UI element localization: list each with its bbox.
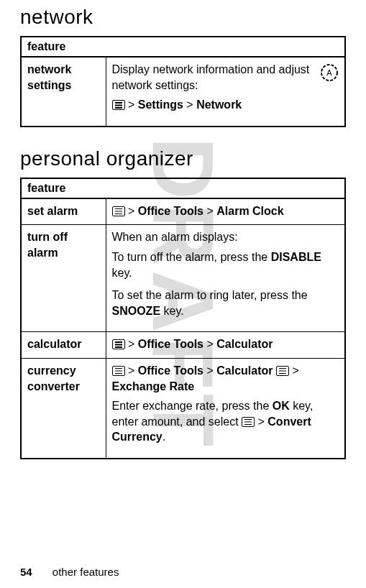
path-settings: Settings	[138, 98, 183, 111]
menu-key-icon	[112, 206, 125, 216]
gt: >	[206, 338, 213, 350]
organizer-table: feature set alarm > Office Tools > Alarm…	[20, 178, 346, 459]
gt: >	[292, 364, 298, 377]
menu-key-icon	[112, 339, 125, 349]
desc-text: Enter exchange rate, press the	[112, 400, 273, 412]
key-snooze: SNOOZE	[112, 305, 161, 317]
menu-key-icon	[112, 366, 125, 376]
menu-key-icon	[242, 417, 255, 427]
table-header: feature	[21, 37, 345, 57]
svg-text:A: A	[326, 68, 332, 77]
feature-desc: A Display network information and adjust…	[106, 57, 345, 127]
feature-label: network settings	[21, 57, 106, 127]
network-signal-icon: A	[320, 63, 339, 82]
desc-text: key.	[160, 305, 184, 317]
path-office-tools: Office Tools	[138, 364, 203, 377]
gt: >	[128, 364, 134, 377]
page-number: 54	[20, 566, 32, 578]
desc-line: When an alarm displays:	[112, 229, 339, 245]
table-row: set alarm > Office Tools > Alarm Clock	[21, 198, 345, 225]
feature-desc: > Office Tools > Calculator	[106, 332, 345, 359]
path-calculator: Calculator	[216, 364, 273, 377]
path-alarm-clock: Alarm Clock	[216, 205, 283, 217]
desc-text: .	[163, 431, 165, 443]
path-network: Network	[196, 98, 242, 111]
menu-key-icon	[112, 100, 125, 110]
gt: >	[206, 205, 213, 217]
key-ok: OK	[273, 400, 290, 412]
feature-desc: > Office Tools > Alarm Clock	[106, 198, 345, 225]
table-row: turn off alarm When an alarm displays: T…	[21, 225, 345, 332]
gt: >	[258, 415, 265, 428]
footer-title: other features	[52, 566, 119, 578]
table-row: currency converter > Office Tools > Calc…	[21, 358, 345, 458]
gt: >	[128, 98, 134, 111]
gt: >	[128, 205, 134, 217]
gt: >	[128, 338, 134, 350]
key-disable: DISABLE	[271, 251, 321, 263]
table-row: calculator > Office Tools > Calculator	[21, 332, 345, 359]
path-calculator: Calculator	[216, 338, 273, 350]
feature-label: set alarm	[21, 198, 106, 225]
table-header: feature	[21, 178, 345, 198]
feature-label: turn off alarm	[21, 225, 106, 332]
path-office-tools: Office Tools	[138, 338, 203, 350]
gt: >	[186, 98, 193, 111]
desc-text: To turn off the alarm, press the	[112, 251, 271, 263]
feature-desc: > Office Tools > Calculator > Exchange R…	[106, 358, 345, 458]
menu-key-icon	[276, 366, 289, 376]
section-heading-network: network	[20, 6, 346, 29]
gt: >	[206, 364, 213, 377]
feature-desc: When an alarm displays: To turn off the …	[106, 225, 345, 332]
path-office-tools: Office Tools	[138, 205, 203, 217]
path-exchange-rate: Exchange Rate	[112, 380, 195, 392]
table-row: network settings A Display network infor…	[21, 57, 345, 127]
desc-text: To set the alarm to ring later, press th…	[112, 289, 308, 301]
feature-label: currency converter	[21, 358, 106, 458]
section-heading-organizer: personal organizer	[20, 147, 346, 170]
desc-text: Display network information and adjust n…	[112, 63, 310, 91]
network-table: feature network settings A Display netwo…	[20, 36, 346, 127]
desc-text: key.	[112, 267, 132, 279]
page-footer: 54 other features	[20, 566, 119, 578]
feature-label: calculator	[21, 332, 106, 359]
